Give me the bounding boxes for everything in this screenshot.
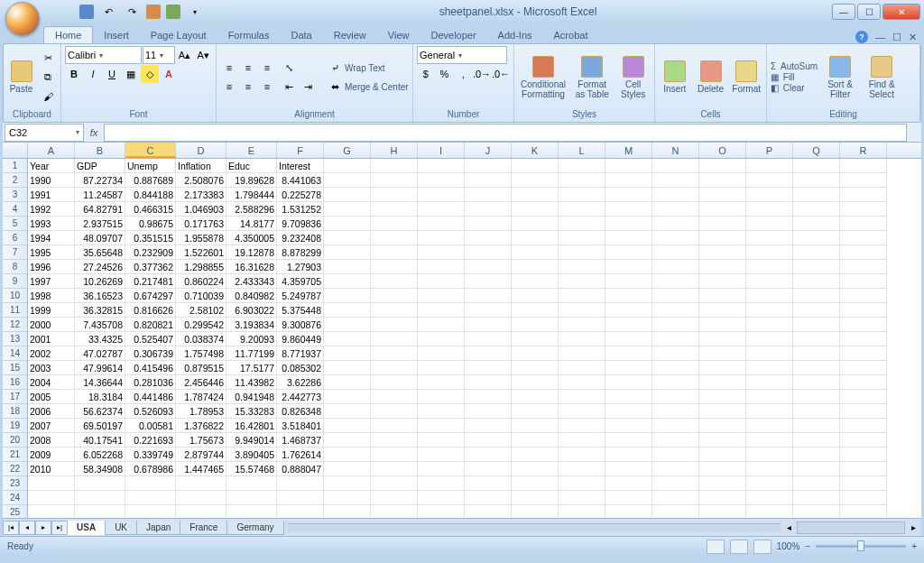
cell[interactable] <box>793 491 840 505</box>
cell[interactable] <box>699 260 746 274</box>
cell[interactable] <box>699 491 746 505</box>
cell[interactable]: 1.468737 <box>277 433 324 448</box>
cell[interactable] <box>512 448 559 462</box>
cell[interactable] <box>465 318 512 332</box>
cell[interactable] <box>559 390 605 404</box>
cell[interactable] <box>559 159 605 173</box>
cell[interactable]: 0.526093 <box>125 404 176 419</box>
cell[interactable] <box>371 202 418 217</box>
autosum-button[interactable]: Σ AutoSum <box>771 61 818 71</box>
row-header[interactable]: 9 <box>3 274 28 289</box>
cell[interactable] <box>324 375 371 390</box>
close-button[interactable]: ✕ <box>882 4 920 20</box>
cut-icon[interactable]: ✂ <box>39 50 57 68</box>
cell[interactable] <box>793 303 840 318</box>
row-header[interactable]: 18 <box>3 404 28 419</box>
cell[interactable]: 8.878299 <box>277 245 324 260</box>
cell[interactable] <box>371 346 418 361</box>
cell[interactable]: 1992 <box>28 202 75 217</box>
column-header-J[interactable]: J <box>465 143 512 158</box>
cell[interactable] <box>793 274 840 289</box>
font-name-combo[interactable]: Calibri▾ <box>65 46 142 64</box>
cell[interactable] <box>605 289 652 303</box>
cell[interactable] <box>125 505 176 518</box>
cell[interactable] <box>840 289 887 303</box>
fx-icon[interactable]: fx <box>84 127 104 138</box>
cell[interactable] <box>793 505 840 518</box>
cell[interactable]: 1.522601 <box>176 245 226 260</box>
cell[interactable]: 0.221693 <box>125 433 176 448</box>
cell[interactable]: 6.903022 <box>226 303 277 318</box>
find-select-button[interactable]: Find & Select <box>863 50 901 106</box>
cell[interactable] <box>746 332 793 346</box>
cell[interactable]: 11.24587 <box>75 188 125 202</box>
conditional-formatting-button[interactable]: Conditional Formatting <box>518 50 568 106</box>
cell[interactable] <box>652 289 699 303</box>
row-header[interactable]: 2 <box>3 173 28 188</box>
percent-icon[interactable]: % <box>436 65 454 83</box>
cell[interactable]: 2.508076 <box>176 173 226 188</box>
cell[interactable] <box>465 419 512 433</box>
cell[interactable]: 1.798444 <box>226 188 277 202</box>
cell[interactable] <box>324 173 371 188</box>
mdi-restore-icon[interactable]: ☐ <box>892 32 901 43</box>
cell[interactable] <box>465 188 512 202</box>
cell[interactable]: 0.281036 <box>125 375 176 390</box>
cell[interactable] <box>652 188 699 202</box>
cell[interactable] <box>418 375 465 390</box>
next-sheet-button[interactable]: ▸ <box>35 521 51 535</box>
cell[interactable]: 0.415496 <box>125 361 176 375</box>
cell[interactable] <box>465 303 512 318</box>
cell[interactable] <box>840 361 887 375</box>
cell[interactable] <box>418 289 465 303</box>
row-header[interactable]: 20 <box>3 433 28 448</box>
cell[interactable]: 0.217481 <box>125 274 176 289</box>
cell[interactable] <box>699 289 746 303</box>
cell[interactable] <box>746 289 793 303</box>
cell[interactable] <box>793 318 840 332</box>
cell[interactable] <box>699 433 746 448</box>
cell[interactable] <box>652 419 699 433</box>
column-header-H[interactable]: H <box>371 143 418 158</box>
cell[interactable] <box>324 346 371 361</box>
cell[interactable]: 0.879515 <box>176 361 226 375</box>
border-icon[interactable]: ▦ <box>122 65 140 83</box>
cell[interactable] <box>371 188 418 202</box>
cell[interactable] <box>840 476 887 491</box>
cell[interactable] <box>512 289 559 303</box>
cell[interactable] <box>605 318 652 332</box>
cell[interactable] <box>512 404 559 419</box>
cell[interactable] <box>699 318 746 332</box>
cell[interactable] <box>652 202 699 217</box>
cell[interactable] <box>793 173 840 188</box>
cell[interactable]: 1995 <box>28 245 75 260</box>
cell[interactable] <box>418 332 465 346</box>
cell[interactable] <box>840 217 887 231</box>
format-as-table-button[interactable]: Format as Table <box>572 50 612 106</box>
decrease-indent-icon[interactable]: ⇤ <box>280 78 298 96</box>
cell[interactable] <box>324 159 371 173</box>
cell[interactable] <box>746 390 793 404</box>
cell[interactable]: 0.232909 <box>125 245 176 260</box>
cell[interactable] <box>418 260 465 274</box>
cell[interactable] <box>793 231 840 245</box>
cell[interactable]: 36.16523 <box>75 289 125 303</box>
paste-button[interactable]: Paste <box>7 50 35 106</box>
cell-styles-button[interactable]: Cell Styles <box>615 50 651 106</box>
cell[interactable] <box>559 375 605 390</box>
cell[interactable]: 2.456446 <box>176 375 226 390</box>
cell[interactable]: 0.351515 <box>125 231 176 245</box>
cell[interactable]: 69.50197 <box>75 419 125 433</box>
cell[interactable]: 11.43982 <box>226 375 277 390</box>
cell[interactable] <box>793 159 840 173</box>
font-color-icon[interactable]: A <box>160 65 178 83</box>
tab-data[interactable]: Data <box>280 27 322 43</box>
cell[interactable] <box>559 173 605 188</box>
tab-page-layout[interactable]: Page Layout <box>140 27 217 43</box>
cell[interactable]: 9.300876 <box>277 318 324 332</box>
cell[interactable] <box>699 476 746 491</box>
cell[interactable]: 0.844188 <box>125 188 176 202</box>
insert-cells-button[interactable]: Insert <box>659 50 691 106</box>
cell[interactable]: 1.75673 <box>176 433 226 448</box>
column-header-N[interactable]: N <box>652 143 699 158</box>
